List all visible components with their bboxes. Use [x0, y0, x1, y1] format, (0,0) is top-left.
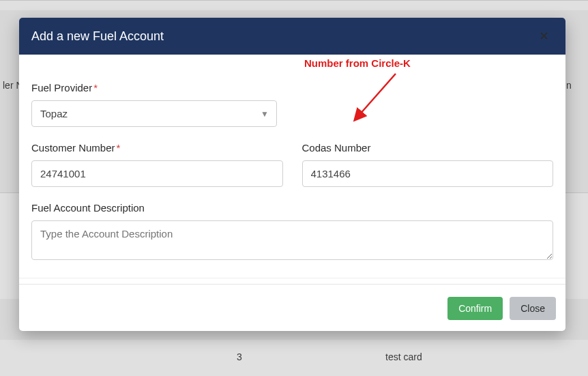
fuel-provider-label: Fuel Provider*	[31, 82, 283, 93]
fuel-provider-label-text: Fuel Provider	[31, 82, 92, 93]
annotation-note: Number from Circle-K	[304, 57, 411, 69]
fuel-account-modal: Add a new Fuel Account ✕ Number from Cir…	[19, 18, 565, 331]
required-asterisk: *	[93, 82, 98, 93]
description-label: Fuel Account Description	[31, 202, 553, 214]
customer-number-label: Customer Number*	[31, 142, 283, 154]
customer-number-field: Customer Number*	[31, 142, 283, 187]
spacer	[302, 82, 554, 127]
body-divider	[19, 278, 565, 278]
modal-title: Add a new Fuel Account	[31, 29, 164, 44]
modal-body: Number from Circle-K Fuel Provider* Topa…	[19, 55, 565, 284]
confirm-button[interactable]: Confirm	[447, 297, 503, 320]
required-asterisk: *	[117, 142, 121, 154]
codas-number-field: Codas Number	[302, 142, 554, 187]
description-textarea[interactable]	[31, 220, 553, 260]
fuel-provider-field: Fuel Provider* Topaz ▼	[31, 82, 283, 127]
codas-number-label: Codas Number	[302, 142, 554, 154]
customer-number-input[interactable]	[31, 160, 283, 187]
close-button[interactable]: Close	[510, 297, 556, 320]
modal-header: Add a new Fuel Account ✕	[19, 18, 565, 55]
codas-number-input[interactable]	[302, 160, 554, 187]
close-icon[interactable]: ✕	[535, 27, 553, 45]
customer-number-label-text: Customer Number	[31, 142, 115, 154]
description-field: Fuel Account Description	[31, 202, 553, 263]
modal-footer: Confirm Close	[19, 284, 565, 331]
fuel-provider-select[interactable]: Topaz ▼	[31, 100, 277, 127]
fuel-provider-value: Topaz	[31, 100, 277, 127]
